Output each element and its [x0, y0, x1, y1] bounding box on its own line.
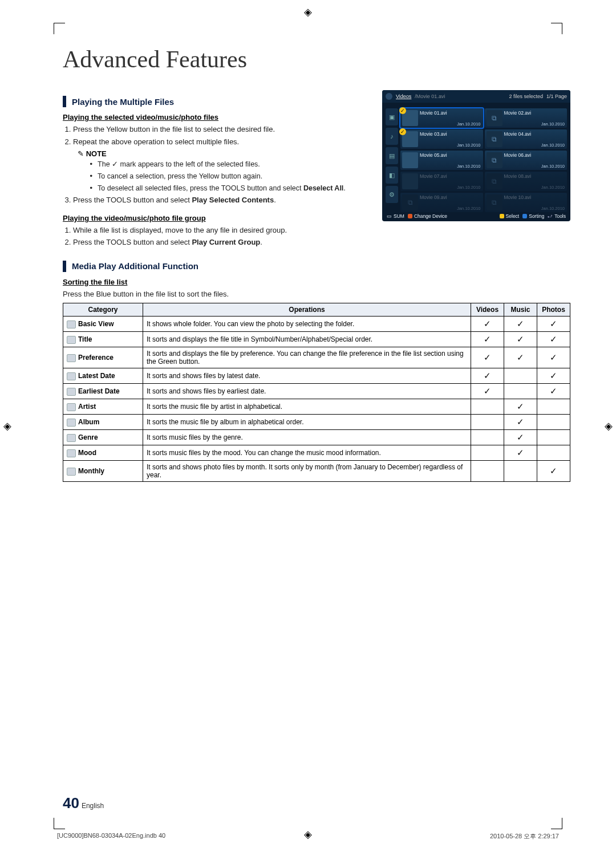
note-item: To deselect all selected files, press th… [89, 183, 371, 194]
page-title: Advanced Features [63, 46, 570, 73]
file-name: Movie 01.avi [420, 110, 481, 116]
crop-mark [551, 23, 562, 34]
footer-change-device: Change Device [408, 213, 447, 219]
check-icon: ✓ [471, 368, 504, 384]
check-icon: ✓ [471, 347, 504, 368]
footer-sorting: Sorting [522, 213, 544, 219]
col-photos: Photos [537, 303, 570, 317]
table-row: AlbumIt sorts the music file by album in… [63, 415, 570, 430]
file-date: Jan.10.2010 [504, 164, 565, 169]
file-tile[interactable]: Movie 07.aviJan.10.2010 [400, 172, 483, 191]
category-cell: Title [63, 332, 143, 347]
check-icon: ✓ [537, 384, 570, 399]
table-row: PreferenceIt sorts and displays the file… [63, 347, 570, 368]
table-row: TitleIt sorts and displays the file titl… [63, 332, 570, 347]
check-icon: ✓ [504, 347, 537, 368]
check-icon: ✓ [537, 368, 570, 384]
rail-icon: ▣ [386, 108, 398, 125]
file-name: Movie 10.avi [504, 194, 565, 200]
category-icon [67, 419, 76, 427]
col-music: Music [504, 303, 537, 317]
operations-cell: It sorts and displays the file title in … [143, 332, 471, 347]
footer-select: Select [500, 213, 520, 219]
category-cell: Basic View [63, 317, 143, 332]
table-row: Basic ViewIt shows whole folder. You can… [63, 317, 570, 332]
category-cell: Monthly [63, 461, 143, 482]
file-tile[interactable]: ⧉Movie 04.aviJan.10.2010 [485, 129, 568, 149]
file-tile[interactable]: ⧉Movie 09.aviJan.10.2010 [400, 193, 483, 212]
check-icon: ✓ [504, 445, 537, 461]
category-icon [67, 388, 76, 396]
category-cell: Mood [63, 445, 143, 461]
thumbnail: ⧉ [487, 131, 502, 147]
table-row: Earliest DateIt sorts and shows files by… [63, 384, 570, 399]
section-header: Playing the Multiple Files [72, 97, 174, 107]
file-tile[interactable]: ⧉Movie 02.aviJan.10.2010 [485, 108, 568, 128]
category-icon [67, 468, 76, 476]
category-icon [67, 372, 76, 380]
footer-tools: ⮐Tools [548, 213, 566, 219]
table-row: Latest DateIt sorts and shows files by l… [63, 368, 570, 384]
thumbnail [402, 110, 418, 126]
check-icon: ✓ [112, 160, 118, 168]
page-number: 40English [63, 794, 104, 812]
operations-cell: It sorts and displays the file by prefer… [143, 347, 471, 368]
file-name: Movie 05.avi [420, 152, 481, 158]
file-tile[interactable]: Movie 03.aviJan.10.2010 [400, 129, 483, 149]
category-cell: Artist [63, 399, 143, 415]
file-date: Jan.10.2010 [420, 185, 481, 190]
subhead-file-group: Playing the video/music/photo file group [63, 214, 371, 222]
check-icon: ✓ [504, 430, 537, 445]
check-icon: ✓ [504, 399, 537, 415]
step: Press the Yellow button in the file list… [73, 124, 371, 135]
step: Repeat the above operation to select mul… [73, 136, 371, 148]
rail-icon: ⚙ [386, 186, 398, 203]
category-icon [67, 449, 76, 457]
table-row: GenreIt sorts music files by the genre.✓ [63, 430, 570, 445]
operations-cell: It sorts music files by the genre. [143, 430, 471, 445]
file-tile[interactable]: ⧉Movie 08.aviJan.10.2010 [485, 172, 568, 191]
operations-cell: It sorts and shows files by earliest dat… [143, 384, 471, 399]
breadcrumb-path: /Movie 01.avi [415, 94, 445, 99]
thumbnail: ⧉ [487, 194, 502, 210]
thumbnail: ⧉ [402, 194, 418, 210]
check-icon: ✓ [471, 317, 504, 332]
file-name: Movie 03.avi [420, 131, 481, 137]
crop-mark [54, 818, 65, 829]
operations-cell: It sorts and shows photo files by month.… [143, 461, 471, 482]
table-row: ArtistIt sorts the music file by artist … [63, 399, 570, 415]
check-icon: ✓ [537, 317, 570, 332]
file-tile[interactable]: Movie 01.aviJan.10.2010 [400, 108, 483, 128]
step: While a file list is displayed, move to … [73, 225, 371, 236]
category-cell: Genre [63, 430, 143, 445]
thumbnail [402, 152, 418, 168]
step: Press the TOOLS button and select Play S… [73, 194, 371, 206]
rail-icon: ▤ [386, 147, 398, 164]
check-icon: ✓ [504, 317, 537, 332]
note-item: To cancel a selection, press the Yellow … [89, 171, 371, 182]
rail-icon: ♪ [386, 128, 398, 145]
check-icon: ✓ [504, 415, 537, 430]
file-date: Jan.10.2010 [420, 143, 481, 148]
screenshot-videos-list: Videos /Movie 01.avi 2 files selected 1/… [382, 90, 570, 221]
section-header: Media Play Additional Function [72, 261, 198, 271]
note-label: NOTE [78, 149, 371, 158]
registration-mark-icon: ◈ [304, 6, 312, 18]
file-name: Movie 09.avi [420, 194, 481, 200]
thumbnail [402, 173, 418, 189]
thumbnail: ⧉ [487, 173, 502, 189]
category-cell: Latest Date [63, 368, 143, 384]
table-row: MonthlyIt sorts and shows photo files by… [63, 461, 570, 482]
file-tile[interactable]: ⧉Movie 06.aviJan.10.2010 [485, 151, 568, 170]
category-icon [67, 434, 76, 442]
file-tile[interactable]: ⧉Movie 10.aviJan.10.2010 [485, 193, 568, 212]
subhead-selected-files: Playing the selected video/music/photo f… [63, 113, 371, 121]
footer-timestamp: 2010-05-28 오후 2:29:17 [490, 832, 559, 841]
file-tile[interactable]: Movie 05.aviJan.10.2010 [400, 151, 483, 170]
category-cell: Album [63, 415, 143, 430]
file-date: Jan.10.2010 [504, 121, 565, 127]
video-icon [386, 93, 392, 100]
category-icon [67, 403, 76, 411]
col-operations: Operations [143, 303, 471, 317]
section-playing-multiple: Playing the Multiple Files [63, 96, 371, 107]
